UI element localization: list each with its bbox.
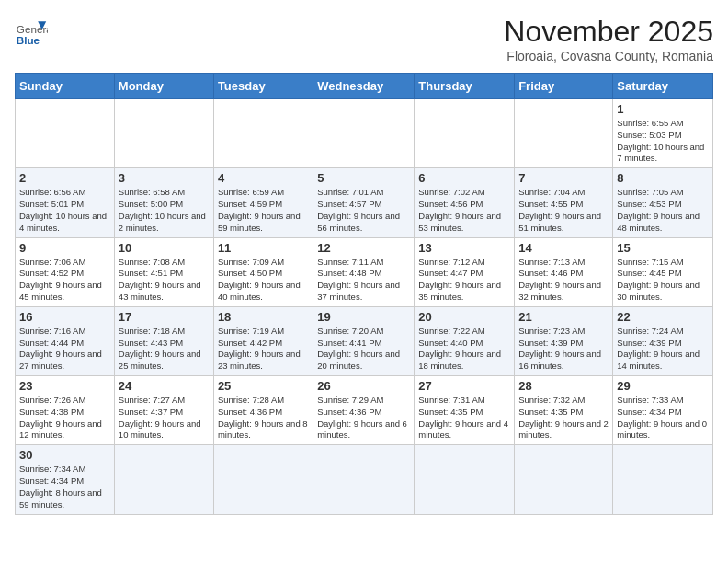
day-number: 1 — [617, 102, 709, 116]
calendar-cell: 13Sunrise: 7:12 AM Sunset: 4:47 PM Dayli… — [415, 237, 515, 306]
calendar-cell: 23Sunrise: 7:26 AM Sunset: 4:38 PM Dayli… — [16, 376, 115, 445]
logo-icon: General Blue — [15, 15, 48, 48]
day-info: Sunrise: 7:06 AM Sunset: 4:52 PM Dayligh… — [19, 257, 110, 304]
calendar-cell: 6Sunrise: 7:02 AM Sunset: 4:56 PM Daylig… — [415, 168, 515, 237]
day-info: Sunrise: 7:20 AM Sunset: 4:41 PM Dayligh… — [317, 326, 410, 373]
calendar-cell: 8Sunrise: 7:05 AM Sunset: 4:53 PM Daylig… — [613, 168, 713, 237]
calendar-cell: 20Sunrise: 7:22 AM Sunset: 4:40 PM Dayli… — [415, 306, 515, 375]
day-info: Sunrise: 6:58 AM Sunset: 5:00 PM Dayligh… — [119, 187, 210, 234]
weekday-header-sunday: Sunday — [16, 74, 115, 99]
day-number: 16 — [19, 310, 110, 324]
weekday-header-saturday: Saturday — [613, 74, 713, 99]
page-header: General Blue November 2025 Floroaia, Cov… — [15, 15, 713, 63]
calendar-week-5: 23Sunrise: 7:26 AM Sunset: 4:38 PM Dayli… — [16, 376, 713, 445]
calendar-cell: 9Sunrise: 7:06 AM Sunset: 4:52 PM Daylig… — [16, 237, 115, 306]
calendar-cell: 7Sunrise: 7:04 AM Sunset: 4:55 PM Daylig… — [515, 168, 613, 237]
day-number: 14 — [518, 241, 609, 255]
day-info: Sunrise: 6:56 AM Sunset: 5:01 PM Dayligh… — [19, 187, 110, 234]
day-info: Sunrise: 7:19 AM Sunset: 4:42 PM Dayligh… — [218, 326, 309, 373]
location-subtitle: Floroaia, Covasna County, Romania — [504, 49, 713, 63]
calendar-cell — [213, 99, 313, 168]
day-info: Sunrise: 7:24 AM Sunset: 4:39 PM Dayligh… — [617, 326, 709, 373]
calendar-cell — [313, 445, 415, 514]
day-number: 21 — [518, 310, 609, 324]
calendar-cell — [213, 445, 313, 514]
day-info: Sunrise: 7:01 AM Sunset: 4:57 PM Dayligh… — [317, 187, 410, 234]
day-number: 23 — [19, 379, 110, 393]
day-number: 19 — [317, 310, 410, 324]
day-number: 22 — [617, 310, 709, 324]
day-info: Sunrise: 6:59 AM Sunset: 4:59 PM Dayligh… — [218, 187, 309, 234]
calendar-cell — [415, 445, 515, 514]
day-number: 29 — [617, 379, 709, 393]
calendar-cell: 11Sunrise: 7:09 AM Sunset: 4:50 PM Dayli… — [213, 237, 313, 306]
calendar-cell: 15Sunrise: 7:15 AM Sunset: 4:45 PM Dayli… — [613, 237, 713, 306]
day-number: 28 — [518, 379, 609, 393]
calendar-cell: 16Sunrise: 7:16 AM Sunset: 4:44 PM Dayli… — [16, 306, 115, 375]
calendar-cell — [515, 445, 613, 514]
day-number: 26 — [317, 379, 410, 393]
title-area: November 2025 Floroaia, Covasna County, … — [504, 15, 713, 63]
day-info: Sunrise: 7:32 AM Sunset: 4:35 PM Dayligh… — [518, 395, 609, 442]
calendar-week-2: 2Sunrise: 6:56 AM Sunset: 5:01 PM Daylig… — [16, 168, 713, 237]
day-info: Sunrise: 7:29 AM Sunset: 4:36 PM Dayligh… — [317, 395, 410, 442]
calendar-cell: 4Sunrise: 6:59 AM Sunset: 4:59 PM Daylig… — [213, 168, 313, 237]
day-info: Sunrise: 7:02 AM Sunset: 4:56 PM Dayligh… — [418, 187, 510, 234]
day-number: 5 — [317, 171, 410, 185]
day-info: Sunrise: 7:11 AM Sunset: 4:48 PM Dayligh… — [317, 257, 410, 304]
day-number: 11 — [218, 241, 309, 255]
day-info: Sunrise: 7:16 AM Sunset: 4:44 PM Dayligh… — [19, 326, 110, 373]
day-number: 20 — [418, 310, 510, 324]
calendar-cell — [415, 99, 515, 168]
logo: General Blue — [15, 15, 48, 48]
day-number: 2 — [19, 171, 110, 185]
day-info: Sunrise: 7:31 AM Sunset: 4:35 PM Dayligh… — [418, 395, 510, 442]
day-info: Sunrise: 7:04 AM Sunset: 4:55 PM Dayligh… — [518, 187, 609, 234]
calendar-cell: 26Sunrise: 7:29 AM Sunset: 4:36 PM Dayli… — [313, 376, 415, 445]
calendar-cell: 1Sunrise: 6:55 AM Sunset: 5:03 PM Daylig… — [613, 99, 713, 168]
day-info: Sunrise: 7:27 AM Sunset: 4:37 PM Dayligh… — [119, 395, 210, 442]
day-number: 3 — [119, 171, 210, 185]
day-info: Sunrise: 7:34 AM Sunset: 4:34 PM Dayligh… — [19, 464, 110, 511]
calendar-cell — [313, 99, 415, 168]
calendar-week-6: 30Sunrise: 7:34 AM Sunset: 4:34 PM Dayli… — [16, 445, 713, 514]
weekday-header-wednesday: Wednesday — [313, 74, 415, 99]
day-number: 13 — [418, 241, 510, 255]
day-info: Sunrise: 7:13 AM Sunset: 4:46 PM Dayligh… — [518, 257, 609, 304]
calendar-cell: 21Sunrise: 7:23 AM Sunset: 4:39 PM Dayli… — [515, 306, 613, 375]
day-info: Sunrise: 7:09 AM Sunset: 4:50 PM Dayligh… — [218, 257, 309, 304]
day-info: Sunrise: 7:33 AM Sunset: 4:34 PM Dayligh… — [617, 395, 709, 442]
calendar-cell: 5Sunrise: 7:01 AM Sunset: 4:57 PM Daylig… — [313, 168, 415, 237]
calendar-cell — [114, 99, 213, 168]
calendar-cell: 22Sunrise: 7:24 AM Sunset: 4:39 PM Dayli… — [613, 306, 713, 375]
calendar-cell — [613, 445, 713, 514]
day-number: 6 — [418, 171, 510, 185]
month-title: November 2025 — [504, 15, 713, 49]
day-number: 27 — [418, 379, 510, 393]
day-info: Sunrise: 7:08 AM Sunset: 4:51 PM Dayligh… — [119, 257, 210, 304]
calendar-cell — [515, 99, 613, 168]
day-number: 15 — [617, 241, 709, 255]
calendar-week-3: 9Sunrise: 7:06 AM Sunset: 4:52 PM Daylig… — [16, 237, 713, 306]
calendar-cell: 27Sunrise: 7:31 AM Sunset: 4:35 PM Dayli… — [415, 376, 515, 445]
weekday-header-monday: Monday — [114, 74, 213, 99]
day-info: Sunrise: 6:55 AM Sunset: 5:03 PM Dayligh… — [617, 118, 709, 165]
day-number: 10 — [119, 241, 210, 255]
calendar-table: SundayMondayTuesdayWednesdayThursdayFrid… — [15, 73, 713, 515]
calendar-cell: 12Sunrise: 7:11 AM Sunset: 4:48 PM Dayli… — [313, 237, 415, 306]
calendar-cell: 2Sunrise: 6:56 AM Sunset: 5:01 PM Daylig… — [16, 168, 115, 237]
weekday-header-row: SundayMondayTuesdayWednesdayThursdayFrid… — [16, 74, 713, 99]
calendar-cell — [16, 99, 115, 168]
day-number: 12 — [317, 241, 410, 255]
day-number: 7 — [518, 171, 609, 185]
weekday-header-thursday: Thursday — [415, 74, 515, 99]
day-info: Sunrise: 7:26 AM Sunset: 4:38 PM Dayligh… — [19, 395, 110, 442]
day-info: Sunrise: 7:23 AM Sunset: 4:39 PM Dayligh… — [518, 326, 609, 373]
calendar-cell: 25Sunrise: 7:28 AM Sunset: 4:36 PM Dayli… — [213, 376, 313, 445]
day-number: 18 — [218, 310, 309, 324]
day-number: 17 — [119, 310, 210, 324]
day-info: Sunrise: 7:22 AM Sunset: 4:40 PM Dayligh… — [418, 326, 510, 373]
calendar-cell: 10Sunrise: 7:08 AM Sunset: 4:51 PM Dayli… — [114, 237, 213, 306]
day-number: 9 — [19, 241, 110, 255]
day-number: 25 — [218, 379, 309, 393]
